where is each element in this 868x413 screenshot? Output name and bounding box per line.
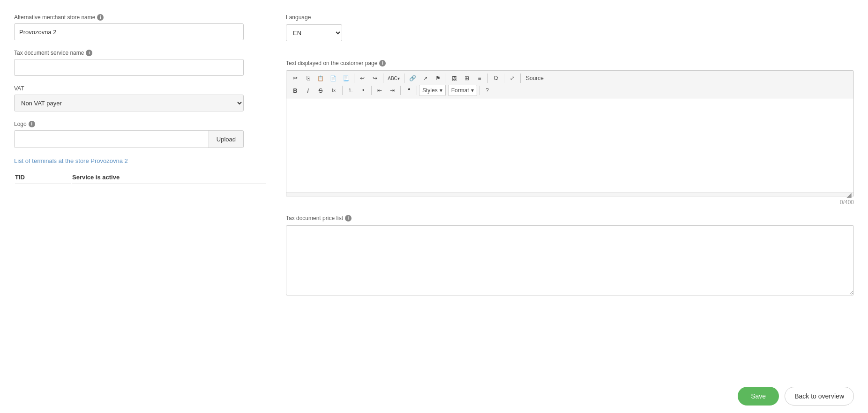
alt-store-name-group: Alternative merchant store name i (14, 14, 267, 40)
logo-file-input[interactable] (15, 131, 209, 148)
customer-text-group: Text displayed on the customer page i ✂ … (286, 60, 854, 206)
remove-format-button[interactable]: Ix (327, 85, 340, 96)
spellcheck-icon[interactable]: ABC▾ (385, 73, 402, 84)
table-icon[interactable]: ⊞ (461, 73, 473, 84)
strikethrough-button[interactable]: S (314, 85, 327, 96)
tax-doc-service-input[interactable] (14, 59, 244, 76)
toolbar-separator-3 (404, 74, 404, 83)
anchor-icon[interactable]: ⚑ (432, 73, 444, 84)
copy-icon[interactable]: ⎘ (302, 73, 314, 84)
service-active-column-header: Service is active (72, 171, 266, 184)
undo-icon[interactable]: ↩ (356, 73, 368, 84)
vat-label: VAT (14, 85, 267, 92)
help-button[interactable]: ? (481, 85, 494, 96)
editor-toolbar: ✂ ⎘ 📋 📄 📃 ↩ ↪ ABC▾ 🔗 ↗ ⚑ (286, 71, 853, 98)
price-list-group: Tax document price list i (286, 215, 854, 297)
paste-icon[interactable]: 📋 (314, 73, 327, 84)
unlink-icon[interactable]: ↗ (419, 73, 431, 84)
logo-upload-row: Upload (14, 130, 244, 148)
source-button[interactable]: Source (523, 73, 547, 84)
toolbar-separator-7 (520, 74, 521, 83)
alt-store-name-input[interactable] (14, 23, 244, 40)
tid-column-header: TID (15, 171, 71, 184)
price-list-textarea[interactable] (286, 225, 854, 295)
format-dropdown[interactable]: Format ▾ (448, 85, 477, 96)
toolbar-separator-10 (400, 86, 401, 95)
toolbar-separator-11 (417, 86, 417, 95)
customer-text-label: Text displayed on the customer page i (286, 60, 854, 66)
toolbar-separator-12 (479, 86, 479, 95)
language-label: Language (286, 14, 854, 21)
bottom-bar: Save Back to overview (0, 379, 868, 413)
terminals-table: TID Service is active (14, 170, 267, 185)
format-dropdown-arrow-icon: ▾ (471, 87, 474, 94)
toolbar-separator-4 (446, 74, 446, 83)
alt-store-name-label: Alternative merchant store name i (14, 14, 267, 21)
blockquote-button[interactable]: ❝ (403, 85, 415, 96)
outdent-button[interactable]: ⇤ (374, 85, 386, 96)
maximize-icon[interactable]: ⤢ (506, 73, 518, 84)
price-list-info-icon[interactable]: i (345, 215, 352, 221)
upload-button[interactable]: Upload (209, 131, 243, 148)
italic-button[interactable]: I (302, 85, 314, 96)
editor-content-area[interactable] (286, 98, 853, 192)
right-panel: Language EN CS SK DE Text displayed on t… (286, 9, 854, 404)
price-list-label: Tax document price list i (286, 215, 854, 221)
image-icon[interactable]: 🖼 (448, 73, 460, 84)
toolbar-separator-1 (354, 74, 354, 83)
styles-dropdown-arrow-icon: ▾ (440, 87, 442, 94)
paste-text-icon[interactable]: 📄 (327, 73, 339, 84)
terminals-group: List of terminals at the store Provozovn… (14, 157, 267, 185)
alt-store-name-info-icon[interactable]: i (97, 14, 104, 21)
logo-label: Logo i (14, 121, 267, 127)
language-select[interactable]: EN CS SK DE (286, 24, 342, 41)
left-panel: Alternative merchant store name i Tax do… (14, 9, 267, 404)
horizontal-rule-icon[interactable]: ≡ (473, 73, 486, 84)
special-chars-icon[interactable]: Ω (490, 73, 502, 84)
language-group: Language EN CS SK DE (286, 14, 854, 51)
char-count: 0/400 (286, 199, 854, 206)
toolbar-separator-8 (342, 86, 343, 95)
toolbar-separator-6 (504, 74, 504, 83)
logo-info-icon[interactable]: i (29, 121, 35, 127)
styles-dropdown[interactable]: Styles ▾ (419, 85, 446, 96)
ordered-list-button[interactable]: 1. (344, 85, 357, 96)
toolbar-separator-9 (371, 86, 372, 95)
paste-word-icon[interactable]: 📃 (340, 73, 352, 84)
logo-group: Logo i Upload (14, 121, 267, 148)
vat-group: VAT Non VAT payer VAT payer (14, 85, 267, 111)
terminals-link[interactable]: List of terminals at the store Provozovn… (14, 157, 128, 164)
tax-doc-service-group: Tax document service name i (14, 50, 267, 76)
toolbar-separator-2 (383, 74, 383, 83)
save-button[interactable]: Save (738, 387, 779, 406)
vat-select[interactable]: Non VAT payer VAT payer (14, 95, 244, 111)
back-to-overview-button[interactable]: Back to overview (785, 387, 854, 406)
cut-icon[interactable]: ✂ (289, 73, 301, 84)
toolbar-separator-5 (487, 74, 488, 83)
bold-button[interactable]: B (289, 85, 301, 96)
tax-doc-service-label: Tax document service name i (14, 50, 267, 56)
link-icon[interactable]: 🔗 (406, 73, 419, 84)
unordered-list-button[interactable]: • (357, 85, 369, 96)
editor-resize-handle: ◢ (286, 192, 853, 197)
toolbar-row-1: ✂ ⎘ 📋 📄 📃 ↩ ↪ ABC▾ 🔗 ↗ ⚑ (289, 73, 851, 84)
tax-doc-info-icon[interactable]: i (86, 50, 92, 56)
rich-text-editor: ✂ ⎘ 📋 📄 📃 ↩ ↪ ABC▾ 🔗 ↗ ⚑ (286, 70, 854, 197)
indent-button[interactable]: ⇥ (386, 85, 398, 96)
toolbar-row-2: B I S Ix 1. • ⇤ ⇥ ❝ Style (289, 85, 851, 96)
redo-icon[interactable]: ↪ (369, 73, 381, 84)
customer-text-info-icon[interactable]: i (379, 60, 386, 66)
